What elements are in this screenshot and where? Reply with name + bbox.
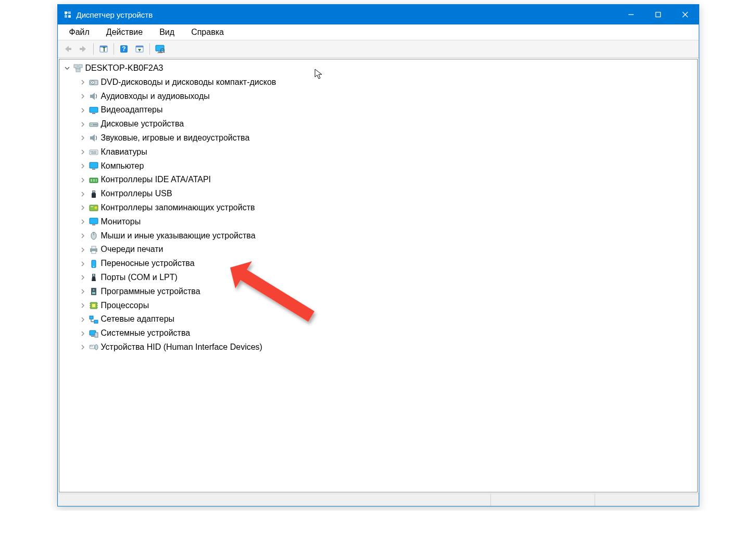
maximize-button[interactable] bbox=[645, 5, 672, 24]
expand-toggle-icon[interactable] bbox=[79, 344, 86, 351]
tree-node-label: Мониторы bbox=[101, 215, 141, 229]
expand-toggle-icon[interactable] bbox=[79, 288, 86, 295]
svg-rect-82 bbox=[94, 320, 98, 323]
svg-rect-91 bbox=[92, 346, 93, 347]
tree-node[interactable]: Контроллеры USB bbox=[79, 187, 697, 201]
expand-toggle-icon[interactable] bbox=[79, 191, 86, 198]
expand-toggle-icon[interactable] bbox=[79, 246, 86, 253]
svg-rect-21 bbox=[156, 45, 164, 51]
expand-toggle-icon[interactable] bbox=[79, 121, 86, 128]
expand-toggle-icon[interactable] bbox=[79, 93, 86, 100]
svg-rect-7 bbox=[656, 12, 660, 17]
expand-toggle-icon[interactable] bbox=[79, 107, 86, 114]
tree-node-label: Сетевые адаптеры bbox=[101, 313, 175, 326]
menu-action[interactable]: Действие bbox=[99, 26, 150, 39]
status-segment bbox=[58, 494, 490, 506]
svg-rect-11 bbox=[80, 48, 83, 50]
tree-node[interactable]: Порты (COM и LPT) bbox=[79, 271, 697, 285]
expand-toggle-icon[interactable] bbox=[79, 260, 86, 268]
tree-root-node[interactable]: DESKTOP-KB0F2A3 bbox=[64, 61, 697, 75]
audio-icon bbox=[89, 92, 99, 101]
toolbar-properties-button[interactable] bbox=[96, 42, 111, 56]
tree-node[interactable]: Мониторы bbox=[79, 215, 697, 229]
tree-node[interactable]: DVD-дисководы и дисководы компакт-дисков bbox=[79, 75, 697, 90]
computer-icon bbox=[73, 64, 83, 73]
expand-toggle-icon[interactable] bbox=[79, 218, 86, 225]
tree-node-label: Процессоры bbox=[101, 299, 149, 312]
expand-toggle-icon[interactable] bbox=[79, 134, 86, 142]
svg-rect-0 bbox=[65, 11, 67, 14]
tree-root-label: DESKTOP-KB0F2A3 bbox=[85, 62, 163, 75]
tree-node-label: Аудиовходы и аудиовыходы bbox=[101, 90, 210, 103]
svg-text:?: ? bbox=[122, 45, 125, 53]
svg-rect-59 bbox=[90, 218, 98, 224]
tree-node-label: Клавиатуры bbox=[101, 146, 147, 159]
tree-node[interactable]: Компьютер bbox=[79, 159, 697, 173]
printer-icon bbox=[89, 245, 99, 255]
menubar: Файл Действие Вид Справка bbox=[58, 24, 699, 40]
tree-node[interactable]: Контроллеры запоминающих устройств bbox=[79, 201, 697, 215]
svg-rect-23 bbox=[157, 53, 162, 53]
tree-node-label: Компьютер bbox=[101, 160, 144, 173]
minimize-button[interactable] bbox=[618, 5, 645, 24]
tree-node[interactable]: Устройства HID (Human Interface Devices) bbox=[79, 340, 697, 354]
expand-toggle-icon[interactable] bbox=[79, 176, 86, 184]
tree-node[interactable]: Программные устройства bbox=[79, 285, 697, 299]
expand-toggle-icon[interactable] bbox=[79, 316, 86, 323]
status-segment bbox=[595, 494, 699, 506]
tree-node-label: Переносные устройства bbox=[101, 257, 195, 270]
cpu-icon bbox=[89, 301, 99, 310]
toolbar-scan-button[interactable] bbox=[132, 42, 147, 56]
toolbar-help-button[interactable]: ? bbox=[117, 42, 131, 56]
tree-node[interactable]: Сетевые адаптеры bbox=[79, 312, 697, 326]
tree-node-label: Программные устройства bbox=[101, 285, 200, 298]
tree-node[interactable]: Очереди печати bbox=[79, 243, 697, 257]
close-button[interactable] bbox=[672, 5, 699, 24]
svg-rect-54 bbox=[93, 191, 94, 192]
tree-pane[interactable]: DESKTOP-KB0F2A3 DVD-дисководы и дисковод… bbox=[59, 59, 698, 492]
svg-rect-87 bbox=[95, 333, 98, 337]
titlebar: Диспетчер устройств bbox=[58, 5, 699, 24]
disc-icon bbox=[89, 78, 99, 87]
toolbar-back-button[interactable] bbox=[60, 42, 75, 56]
toolbar-monitor-button[interactable] bbox=[153, 42, 167, 56]
cursor-icon bbox=[314, 69, 324, 82]
tree-node[interactable]: Мыши и иные указывающие устройства bbox=[79, 229, 697, 243]
expand-toggle-icon[interactable] bbox=[79, 302, 86, 309]
tree-node-label: Очереди печати bbox=[101, 243, 163, 256]
expand-toggle-icon[interactable] bbox=[79, 232, 86, 239]
svg-rect-65 bbox=[92, 251, 96, 253]
expand-toggle-icon[interactable] bbox=[79, 148, 86, 156]
expand-toggle-icon[interactable] bbox=[64, 65, 71, 72]
tree-node-label: Контроллеры USB bbox=[101, 187, 172, 200]
tree-node[interactable]: Видеоадаптеры bbox=[79, 103, 697, 117]
tree-node-label: DVD-дисководы и дисководы компакт-дисков bbox=[101, 76, 276, 89]
expand-toggle-icon[interactable] bbox=[79, 330, 86, 337]
tree-node[interactable]: Дисковые устройства bbox=[79, 117, 697, 131]
tree-node[interactable]: Звуковые, игровые и видеоустройства bbox=[79, 131, 697, 145]
ports-icon bbox=[89, 273, 99, 282]
network-icon bbox=[89, 315, 99, 324]
tree-node-label: Звуковые, игровые и видеоустройства bbox=[101, 132, 250, 145]
menu-view[interactable]: Вид bbox=[152, 26, 182, 39]
expand-toggle-icon[interactable] bbox=[79, 79, 86, 86]
tree-node[interactable]: Контроллеры IDE ATA/ATAPI bbox=[79, 173, 697, 187]
menu-file[interactable]: Файл bbox=[62, 26, 97, 39]
toolbar-separator bbox=[149, 43, 150, 55]
svg-point-71 bbox=[93, 289, 94, 291]
tree-node[interactable]: Системные устройства bbox=[79, 326, 697, 340]
menu-help[interactable]: Справка bbox=[184, 26, 231, 39]
svg-rect-42 bbox=[92, 151, 93, 152]
keyboard-icon bbox=[89, 147, 99, 157]
expand-toggle-icon[interactable] bbox=[79, 274, 86, 281]
tree-node[interactable]: Процессоры bbox=[79, 299, 697, 313]
expand-toggle-icon[interactable] bbox=[79, 204, 86, 211]
tree-node[interactable]: Клавиатуры bbox=[79, 145, 697, 159]
tree-node[interactable]: Аудиовходы и аудиовыходы bbox=[79, 90, 697, 104]
tree-node[interactable]: Переносные устройства bbox=[79, 257, 697, 271]
statusbar bbox=[58, 493, 699, 506]
audio-icon bbox=[89, 133, 99, 143]
expand-toggle-icon[interactable] bbox=[79, 162, 86, 170]
toolbar-forward-button[interactable] bbox=[76, 42, 91, 56]
svg-point-34 bbox=[92, 82, 93, 83]
